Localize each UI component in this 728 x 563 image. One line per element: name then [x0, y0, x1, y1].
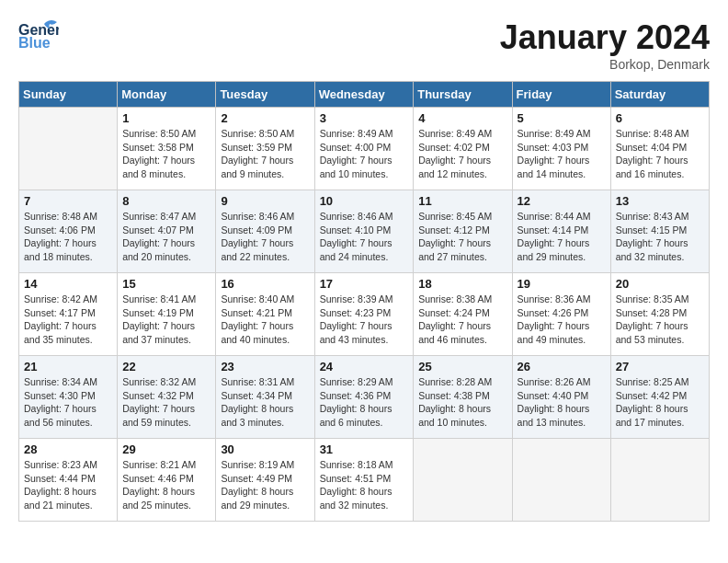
day-number: 22	[122, 360, 210, 373]
day-detail: Sunrise: 8:47 AM Sunset: 4:07 PM Dayligh…	[122, 210, 210, 264]
month-title: January 2024	[500, 18, 710, 57]
day-number: 13	[616, 194, 704, 208]
calendar-week-row: 7Sunrise: 8:48 AM Sunset: 4:06 PM Daylig…	[19, 190, 710, 273]
day-number: 10	[320, 194, 409, 208]
calendar-week-row: 21Sunrise: 8:34 AM Sunset: 4:30 PM Dayli…	[19, 356, 710, 439]
calendar-cell: 30Sunrise: 8:19 AM Sunset: 4:49 PM Dayli…	[216, 439, 314, 522]
calendar-cell: 31Sunrise: 8:18 AM Sunset: 4:51 PM Dayli…	[314, 439, 414, 522]
calendar-body: 1Sunrise: 8:50 AM Sunset: 3:58 PM Daylig…	[19, 108, 710, 522]
day-detail: Sunrise: 8:40 AM Sunset: 4:21 PM Dayligh…	[221, 293, 309, 347]
day-detail: Sunrise: 8:41 AM Sunset: 4:19 PM Dayligh…	[122, 293, 210, 347]
weekday-header: Thursday	[414, 82, 512, 108]
day-detail: Sunrise: 8:49 AM Sunset: 4:00 PM Dayligh…	[320, 127, 409, 181]
day-detail: Sunrise: 8:26 AM Sunset: 4:40 PM Dayligh…	[518, 375, 606, 430]
day-detail: Sunrise: 8:19 AM Sunset: 4:49 PM Dayligh…	[221, 458, 309, 512]
calendar-week-row: 28Sunrise: 8:23 AM Sunset: 4:44 PM Dayli…	[19, 439, 710, 522]
day-number: 7	[24, 194, 112, 208]
calendar-cell: 28Sunrise: 8:23 AM Sunset: 4:44 PM Dayli…	[19, 439, 118, 522]
day-number: 31	[320, 442, 409, 456]
day-number: 20	[616, 277, 704, 291]
calendar-cell: 20Sunrise: 8:35 AM Sunset: 4:28 PM Dayli…	[610, 273, 709, 356]
day-number: 14	[24, 277, 112, 291]
day-number: 30	[221, 442, 309, 456]
logo-icon: General Blue	[18, 18, 59, 52]
calendar-cell: 15Sunrise: 8:41 AM Sunset: 4:19 PM Dayli…	[118, 273, 216, 356]
calendar-cell: 27Sunrise: 8:25 AM Sunset: 4:42 PM Dayli…	[610, 356, 709, 439]
calendar-cell: 7Sunrise: 8:48 AM Sunset: 4:06 PM Daylig…	[19, 190, 118, 273]
weekday-header: Saturday	[610, 82, 709, 108]
day-detail: Sunrise: 8:49 AM Sunset: 4:02 PM Dayligh…	[418, 127, 506, 181]
calendar-cell: 18Sunrise: 8:38 AM Sunset: 4:24 PM Dayli…	[414, 273, 512, 356]
calendar-cell: 9Sunrise: 8:46 AM Sunset: 4:09 PM Daylig…	[216, 190, 314, 273]
day-detail: Sunrise: 8:50 AM Sunset: 3:58 PM Dayligh…	[122, 127, 210, 181]
day-number: 24	[320, 360, 409, 373]
day-detail: Sunrise: 8:32 AM Sunset: 4:32 PM Dayligh…	[122, 375, 210, 430]
calendar-table: SundayMondayTuesdayWednesdayThursdayFrid…	[18, 81, 710, 522]
weekday-header: Wednesday	[314, 82, 414, 108]
day-number: 16	[221, 277, 309, 291]
calendar-cell: 26Sunrise: 8:26 AM Sunset: 4:40 PM Dayli…	[512, 356, 610, 439]
day-detail: Sunrise: 8:42 AM Sunset: 4:17 PM Dayligh…	[24, 293, 112, 347]
day-detail: Sunrise: 8:36 AM Sunset: 4:26 PM Dayligh…	[518, 293, 606, 347]
day-detail: Sunrise: 8:45 AM Sunset: 4:12 PM Dayligh…	[418, 210, 506, 264]
day-detail: Sunrise: 8:46 AM Sunset: 4:10 PM Dayligh…	[320, 210, 409, 264]
day-number: 17	[320, 277, 409, 291]
location: Borkop, Denmark	[500, 57, 710, 72]
day-detail: Sunrise: 8:28 AM Sunset: 4:38 PM Dayligh…	[418, 375, 506, 430]
day-number: 11	[418, 194, 506, 208]
weekday-header: Monday	[118, 82, 216, 108]
day-number: 3	[320, 111, 409, 125]
calendar-cell: 12Sunrise: 8:44 AM Sunset: 4:14 PM Dayli…	[512, 190, 610, 273]
calendar-header: SundayMondayTuesdayWednesdayThursdayFrid…	[19, 82, 710, 108]
day-detail: Sunrise: 8:48 AM Sunset: 4:04 PM Dayligh…	[616, 127, 704, 181]
calendar-cell: 13Sunrise: 8:43 AM Sunset: 4:15 PM Dayli…	[610, 190, 709, 273]
day-detail: Sunrise: 8:23 AM Sunset: 4:44 PM Dayligh…	[24, 458, 112, 512]
calendar-cell: 11Sunrise: 8:45 AM Sunset: 4:12 PM Dayli…	[414, 190, 512, 273]
day-detail: Sunrise: 8:21 AM Sunset: 4:46 PM Dayligh…	[122, 458, 210, 512]
day-number: 29	[122, 442, 210, 456]
day-number: 15	[122, 277, 210, 291]
calendar-cell	[414, 439, 512, 522]
day-detail: Sunrise: 8:39 AM Sunset: 4:23 PM Dayligh…	[320, 293, 409, 347]
day-number: 23	[221, 360, 309, 373]
calendar-week-row: 1Sunrise: 8:50 AM Sunset: 3:58 PM Daylig…	[19, 108, 710, 190]
day-detail: Sunrise: 8:48 AM Sunset: 4:06 PM Dayligh…	[24, 210, 112, 264]
day-number: 26	[518, 360, 606, 373]
calendar-cell: 19Sunrise: 8:36 AM Sunset: 4:26 PM Dayli…	[512, 273, 610, 356]
day-number: 28	[24, 442, 112, 456]
weekday-header: Sunday	[19, 82, 118, 108]
calendar-cell: 17Sunrise: 8:39 AM Sunset: 4:23 PM Dayli…	[314, 273, 414, 356]
day-detail: Sunrise: 8:50 AM Sunset: 3:59 PM Dayligh…	[221, 127, 309, 181]
calendar-cell: 16Sunrise: 8:40 AM Sunset: 4:21 PM Dayli…	[216, 273, 314, 356]
calendar-cell: 2Sunrise: 8:50 AM Sunset: 3:59 PM Daylig…	[216, 108, 314, 190]
day-detail: Sunrise: 8:18 AM Sunset: 4:51 PM Dayligh…	[320, 458, 409, 512]
calendar-cell: 14Sunrise: 8:42 AM Sunset: 4:17 PM Dayli…	[19, 273, 118, 356]
day-detail: Sunrise: 8:35 AM Sunset: 4:28 PM Dayligh…	[616, 293, 704, 347]
day-detail: Sunrise: 8:46 AM Sunset: 4:09 PM Dayligh…	[221, 210, 309, 264]
calendar-cell: 5Sunrise: 8:49 AM Sunset: 4:03 PM Daylig…	[512, 108, 610, 190]
day-number: 9	[221, 194, 309, 208]
calendar-cell: 8Sunrise: 8:47 AM Sunset: 4:07 PM Daylig…	[118, 190, 216, 273]
calendar-cell: 23Sunrise: 8:31 AM Sunset: 4:34 PM Dayli…	[216, 356, 314, 439]
calendar-cell	[610, 439, 709, 522]
calendar-cell: 4Sunrise: 8:49 AM Sunset: 4:02 PM Daylig…	[414, 108, 512, 190]
calendar-cell: 1Sunrise: 8:50 AM Sunset: 3:58 PM Daylig…	[118, 108, 216, 190]
day-number: 8	[122, 194, 210, 208]
weekday-header: Friday	[512, 82, 610, 108]
calendar-cell: 25Sunrise: 8:28 AM Sunset: 4:38 PM Dayli…	[414, 356, 512, 439]
day-number: 21	[24, 360, 112, 373]
day-number: 4	[418, 111, 506, 125]
day-number: 2	[221, 111, 309, 125]
calendar-cell: 10Sunrise: 8:46 AM Sunset: 4:10 PM Dayli…	[314, 190, 414, 273]
day-number: 25	[418, 360, 506, 373]
day-number: 5	[518, 111, 606, 125]
page-header: General Blue January 2024 Borkop, Denmar…	[18, 18, 710, 72]
calendar-cell: 6Sunrise: 8:48 AM Sunset: 4:04 PM Daylig…	[610, 108, 709, 190]
calendar-cell: 21Sunrise: 8:34 AM Sunset: 4:30 PM Dayli…	[19, 356, 118, 439]
title-block: January 2024 Borkop, Denmark	[500, 18, 710, 72]
svg-text:Blue: Blue	[18, 35, 51, 51]
day-detail: Sunrise: 8:25 AM Sunset: 4:42 PM Dayligh…	[616, 375, 704, 430]
day-detail: Sunrise: 8:49 AM Sunset: 4:03 PM Dayligh…	[518, 127, 606, 181]
day-detail: Sunrise: 8:34 AM Sunset: 4:30 PM Dayligh…	[24, 375, 112, 430]
day-number: 19	[518, 277, 606, 291]
